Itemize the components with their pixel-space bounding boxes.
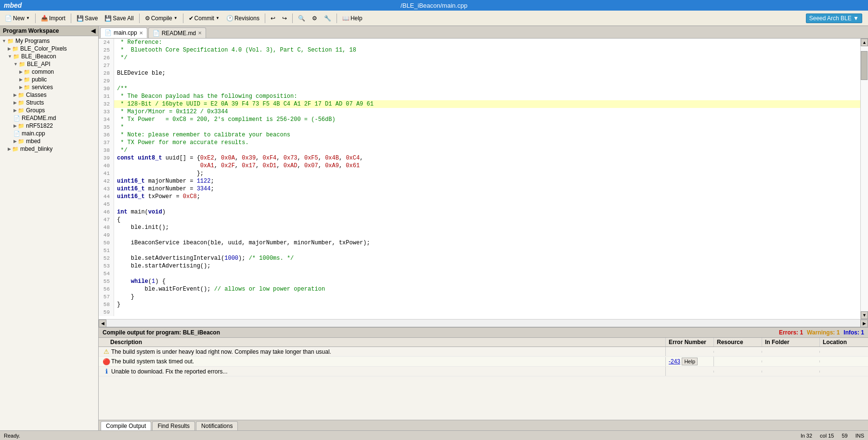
line-content[interactable]: */ (114, 147, 860, 154)
commit-button[interactable]: ✔ Commit ▼ (186, 13, 222, 24)
code-line: 24 * Reference: (99, 39, 860, 46)
vertical-scrollbar[interactable]: ▲ ▼ (860, 39, 868, 319)
line-content[interactable]: ble.waitForEvent(); // allows or low pow… (114, 285, 860, 293)
line-content[interactable]: uint16_t majorNumber = 1122; (114, 177, 860, 185)
line-content[interactable] (114, 200, 860, 208)
sep-5 (265, 13, 265, 23)
line-content[interactable]: ble.startAdvertising(); (114, 262, 860, 270)
line-content[interactable]: uint16_t txPower = 0xC8; (114, 193, 860, 200)
horizontal-scrollbar[interactable]: ◀ ▶ (99, 319, 868, 327)
line-content[interactable]: * Major/Minor = 0x1122 / 0x3344 (114, 108, 860, 116)
scroll-up-arrow[interactable]: ▲ (861, 39, 868, 46)
redo-button[interactable]: ↪ (279, 13, 290, 24)
sidebar-item-groups[interactable]: ▶📁Groups (0, 107, 98, 114)
compile-rows: ⚠ The build system is under heavy load r… (99, 347, 868, 376)
sidebar-item-ble-api[interactable]: ▼📁BLE_API (0, 60, 98, 68)
line-content[interactable] (114, 231, 860, 239)
scroll-left-arrow[interactable]: ◀ (99, 320, 106, 327)
sidebar-item-ble-color[interactable]: ▶📁BLE_Color_Pixels (0, 45, 98, 53)
sidebar-item-services[interactable]: ▶📁services (0, 83, 98, 91)
search-button[interactable]: 🔍 (295, 13, 308, 24)
sidebar-item-main-cpp[interactable]: 📄main.cpp (0, 130, 98, 137)
line-content[interactable] (114, 270, 860, 278)
edit-mode: INS (855, 433, 864, 439)
line-content[interactable]: ble.init(); (114, 224, 860, 231)
scroll-down-arrow[interactable]: ▼ (861, 311, 868, 319)
tab-readme[interactable]: 📄 README.md ✕ (148, 27, 206, 38)
line-content[interactable] (114, 247, 860, 254)
line-content[interactable]: * Reference: (114, 39, 860, 46)
line-content[interactable]: * TX Power for more accurate results. (114, 139, 860, 147)
code-line: 36 * Note: please remember to calibrate … (99, 131, 860, 139)
line-content[interactable]: * Note: please remember to calibrate you… (114, 131, 860, 139)
compile-button[interactable]: ⚙ Compile ▼ (142, 13, 181, 24)
line-content[interactable]: while(1) { (114, 278, 860, 285)
line-content[interactable]: const uint8_t uuid[] = {0xE2, 0x0A, 0x39… (114, 154, 860, 162)
line-content[interactable]: BLEDevice ble; (114, 69, 860, 77)
tree-item-label: Groups (26, 107, 45, 114)
sidebar-item-common[interactable]: ▶📁common (0, 68, 98, 76)
help-button[interactable]: 📖 Help (339, 13, 365, 24)
expand-icon: ▶ (13, 100, 17, 105)
code-line: 29 (99, 77, 860, 85)
sidebar-item-mbed-blinky[interactable]: ▶📁mbed_blinky (0, 145, 98, 153)
sidebar-item-public[interactable]: ▶📁public (0, 76, 98, 83)
line-content[interactable]: }; (114, 170, 860, 177)
line-content[interactable]: * 128-Bit / 16byte UUID = E2 0A 39 F4 73… (114, 100, 860, 108)
scroll-thumb[interactable] (861, 51, 868, 80)
tab-find-results[interactable]: Find Results (152, 421, 195, 430)
save-all-button[interactable]: 💾 Save All (102, 13, 136, 24)
line-content[interactable]: */ (114, 54, 860, 62)
scroll-right-arrow[interactable]: ▶ (860, 320, 868, 327)
sidebar-item-ble-ibeacon[interactable]: ▼📁BLE_iBeacon (0, 53, 98, 60)
line-content[interactable] (114, 77, 860, 85)
line-content[interactable]: { (114, 216, 860, 224)
line-content[interactable]: ble.setAdvertisingInterval(1000); /* 100… (114, 254, 860, 262)
sidebar-item-classes[interactable]: ▶📁Classes (0, 91, 98, 99)
sidebar-item-mbed[interactable]: ▶📁mbed (0, 137, 98, 145)
target-button[interactable]: Seeed Arch BLE ▼ (806, 13, 862, 23)
error-number-link[interactable]: -243 (669, 358, 680, 365)
line-content[interactable]: * The Beacon payload has the following c… (114, 93, 860, 100)
line-number-gutter: 45 (99, 200, 114, 208)
tab-main-cpp-close[interactable]: ✕ (139, 30, 143, 36)
tab-compile-output[interactable]: Compile Output (101, 421, 151, 430)
wrench-button[interactable]: 🔧 (321, 13, 334, 24)
settings-button[interactable]: ⚙ (309, 13, 320, 24)
sidebar-item-structs[interactable]: ▶📁Structs (0, 99, 98, 107)
code-line: 39const uint8_t uuid[] = {0xE2, 0x0A, 0x… (99, 154, 860, 162)
line-content[interactable]: * (114, 123, 860, 131)
sidebar-item-nrf51822[interactable]: ▶📁nRF51822 (0, 122, 98, 130)
line-content[interactable]: * Tx Power = 0xC8 = 200, 2's compliment … (114, 116, 860, 123)
revisions-button[interactable]: 🕐 Revisions (223, 13, 262, 24)
save-button[interactable]: 💾 Save (74, 13, 101, 24)
code-editor[interactable]: 24 * Reference:25 * Bluetooth Core Speci… (99, 39, 860, 319)
tab-notifications[interactable]: Notifications (196, 421, 238, 430)
new-button[interactable]: 📄 New ▼ (2, 13, 33, 24)
tab-readme-close[interactable]: ✕ (198, 30, 202, 36)
undo-button[interactable]: ↩ (268, 13, 278, 24)
compile-row-resource (714, 351, 762, 353)
line-content[interactable]: int main(void) (114, 208, 860, 216)
line-content[interactable] (114, 62, 860, 69)
line-content[interactable]: uint16_t minorNumber = 3344; (114, 185, 860, 193)
tree-item-label: BLE_Color_Pixels (20, 45, 67, 52)
line-content[interactable]: * Bluetooth Core Specification 4.0 (Vol.… (114, 46, 860, 54)
folder-icon: 📁 (24, 69, 30, 75)
line-number-gutter: 59 (99, 308, 114, 316)
sidebar-item-my-programs[interactable]: ▼📁My Programs (0, 37, 98, 45)
line-content[interactable] (114, 308, 860, 316)
redo-icon: ↪ (282, 15, 287, 22)
import-button[interactable]: 📥 Import (38, 13, 68, 24)
line-content[interactable]: /** (114, 85, 860, 93)
line-content[interactable]: iBeaconService ibeacon(ble, uuid, majorN… (114, 239, 860, 247)
line-content[interactable]: } (114, 293, 860, 301)
line-content[interactable]: } (114, 301, 860, 308)
tab-main-cpp[interactable]: 📄 main.cpp ✕ (100, 27, 147, 38)
help-row-button[interactable]: Help (682, 358, 698, 365)
sidebar-item-readme-ble[interactable]: 📄README.md (0, 114, 98, 122)
line-content[interactable]: 0xA1, 0x2F, 0x17, 0xD1, 0xAD, 0x07, 0xA9… (114, 162, 860, 170)
compile-row-description: Unable to download. Fix the reported err… (111, 368, 227, 375)
sidebar-collapse-icon[interactable]: ◀ (91, 27, 95, 34)
folder-icon: 📁 (24, 77, 30, 83)
